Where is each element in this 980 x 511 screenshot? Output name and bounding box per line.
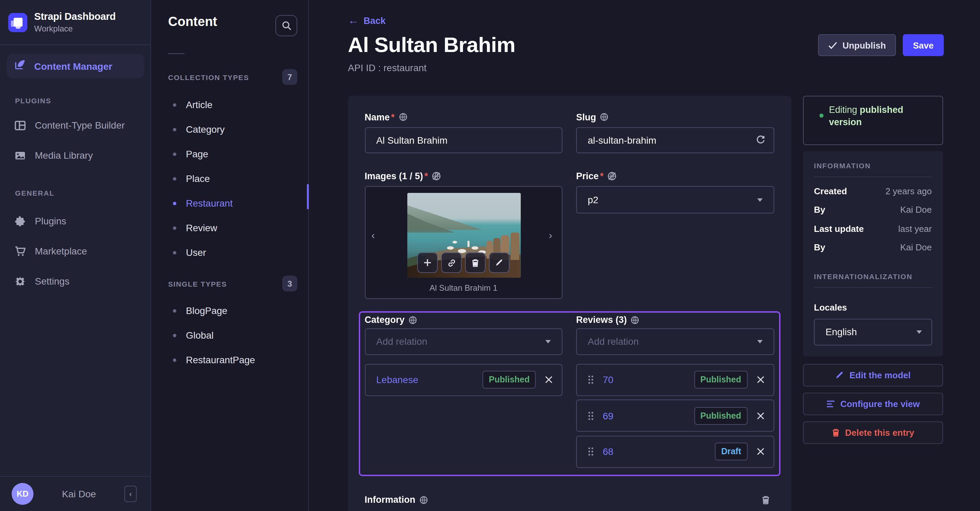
edit-status-card: Editing publishedversion [803,96,943,145]
sidebar-item-media-library[interactable]: Media Library [0,140,150,170]
slug-input[interactable]: al-sultan-brahim [576,127,774,153]
sidebar-item-restaurantpage[interactable]: RestaurantPage [151,348,308,372]
avatar[interactable]: KD [12,483,33,505]
locales-label: Locales [814,302,932,313]
remove-relation-button[interactable] [756,375,765,385]
api-id: API ID : restaurant [348,62,944,73]
strapi-logo [8,13,27,32]
information-card: INFORMATION Created2 years ago ByKai Doe… [803,151,943,356]
delete-component-icon[interactable] [761,495,770,505]
carousel-prev-icon[interactable]: ‹ [371,230,378,241]
single-types-list: BlogPage Global RestaurantPage [151,298,308,372]
back-link[interactable]: ← Back [348,14,944,27]
sidebar-item-place[interactable]: Place [151,166,308,191]
sidebar-item-content-type-builder[interactable]: Content-Type Builder [0,110,150,140]
save-button[interactable]: Save [903,34,944,56]
strapi-app: Strapi Dashboard Workplace Content Manag… [0,0,980,511]
sidebar-item-plugins[interactable]: Plugins [0,206,150,236]
sidebar-item-review[interactable]: Review [151,216,308,240]
information-heading: INFORMATION [814,161,932,170]
carousel-next-icon[interactable]: › [549,230,555,241]
delete-image-button[interactable] [465,252,486,273]
relation-link[interactable]: 69 [603,410,613,421]
globe-strikethrough-icon [608,171,617,180]
sidebar-item-marketplace[interactable]: Marketplace [0,236,150,266]
status-badge: Published [694,407,747,425]
regenerate-icon[interactable] [756,136,765,145]
content-manager-icon [14,59,26,73]
status-badge: Draft [715,442,747,460]
reviews-add-relation[interactable]: Add relation [576,328,774,355]
sidebar-section-general: GENERAL [15,189,150,197]
category-add-relation[interactable]: Add relation [364,328,562,355]
review-relation-68: 68 Draft [576,435,774,468]
sidebar-footer: KD Kai Doe ‹ [0,476,150,511]
sidebar-item-settings[interactable]: Settings [0,266,150,296]
locale-select[interactable]: English [814,319,932,345]
search-button[interactable] [275,15,297,36]
sidebar-item-article[interactable]: Article [151,93,308,117]
image-toolbar [418,252,510,273]
globe-strikethrough-icon [432,171,441,180]
collection-types-label: COLLECTION TYPES [168,73,249,81]
workspace-name: Workplace [34,24,116,34]
remove-relation-button[interactable] [756,411,765,420]
edit-status-text: Editing publishedversion [829,104,904,144]
trash-icon [831,428,840,437]
review-relation-69: 69 Published [576,399,774,432]
content-subnav: Content COLLECTION TYPES 7 Article Categ… [151,0,309,511]
configure-icon [826,400,835,408]
status-badge: Published [694,371,747,388]
information-label: Information [364,496,428,504]
edit-model-button[interactable]: Edit the model [803,364,943,386]
globe-icon [409,316,417,324]
drag-handle-icon[interactable] [588,411,594,420]
content-type-builder-icon [14,119,26,131]
sidebar-item-blogpage[interactable]: BlogPage [151,298,308,323]
check-icon [828,42,837,49]
divider [168,53,185,54]
search-icon [281,21,291,31]
sidebar-item-restaurant[interactable]: Restaurant [151,191,308,216]
sidebar-item-page[interactable]: Page [151,142,308,166]
globe-icon [631,316,640,324]
add-image-button[interactable] [418,252,438,273]
price-label: Price* [576,172,774,180]
sidebar-item-global[interactable]: Global [151,323,308,348]
user-name: Kai Doe [33,489,124,499]
globe-icon [399,113,407,121]
globe-icon [600,113,609,121]
relation-link[interactable]: 70 [603,374,613,385]
price-select[interactable]: p2 [576,186,774,214]
collapse-sidebar-button[interactable]: ‹ [124,486,137,502]
subnav-title: Content [168,14,217,29]
page-title: Al Sultan Brahim [348,33,818,57]
edit-image-button[interactable] [489,252,510,273]
globe-icon [420,496,428,504]
media-library-icon [14,150,26,161]
drag-handle-icon[interactable] [588,447,594,456]
unpublish-button[interactable]: Unpublish [818,34,896,56]
app-title: Strapi Dashboard [34,11,116,22]
name-input[interactable]: Al Sultan Brahim [364,127,562,153]
sidebar-item-content-manager[interactable]: Content Manager [7,54,144,78]
review-relation-70: 70 Published [576,364,774,396]
relation-link[interactable]: 68 [603,446,613,457]
relation-link[interactable]: Lebanese [376,374,418,385]
single-types-label: SINGLE TYPES [168,279,227,287]
status-badge: Published [483,371,536,388]
chevron-down-icon [757,198,762,201]
copy-link-button[interactable] [441,252,462,273]
remove-relation-button[interactable] [756,447,765,456]
chevron-down-icon [546,340,551,343]
settings-icon [14,275,26,287]
sidebar-item-category[interactable]: Category [151,117,308,142]
delete-entry-button[interactable]: Delete this entry [803,422,943,444]
published-status-dot [819,113,824,118]
workspace-brand[interactable]: Strapi Dashboard Workplace [0,0,150,45]
remove-relation-button[interactable] [544,375,554,385]
name-label: Name* [364,113,562,121]
sidebar-item-user[interactable]: User [151,240,308,265]
drag-handle-icon[interactable] [588,375,594,385]
configure-view-button[interactable]: Configure the view [803,393,943,415]
